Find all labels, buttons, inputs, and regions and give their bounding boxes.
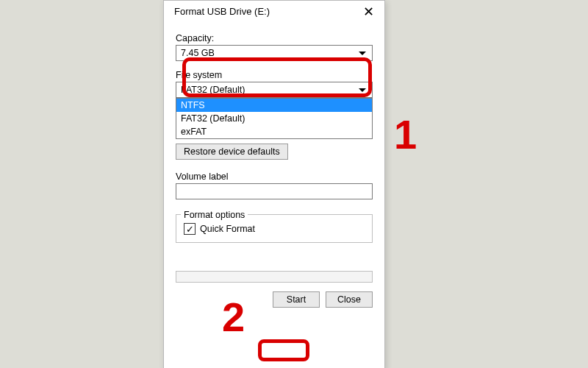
dialog-title: Format USB Drive (E:) — [174, 1, 270, 23]
close-button[interactable]: Close — [326, 291, 373, 308]
filesystem-option-ntfs[interactable]: NTFS — [176, 99, 372, 112]
filesystem-option-fat32[interactable]: FAT32 (Default) — [176, 112, 372, 125]
filesystem-option-exfat[interactable]: exFAT — [176, 125, 372, 138]
progress-bar — [176, 271, 373, 283]
checkbox-icon: ✓ — [184, 223, 196, 235]
chevron-down-icon — [359, 52, 366, 55]
close-icon[interactable]: ✕ — [360, 5, 377, 18]
format-options-legend: Format options — [181, 210, 248, 220]
titlebar: Format USB Drive (E:) ✕ — [164, 1, 384, 23]
annotation-number-1: 1 — [394, 110, 417, 158]
format-options-fieldset: Format options ✓ Quick Format — [176, 214, 373, 243]
volume-label-input[interactable] — [176, 183, 373, 199]
annotation-number-2: 2 — [222, 293, 245, 341]
start-button[interactable]: Start — [273, 291, 320, 308]
annotation-box-1 — [182, 57, 372, 97]
format-dialog: Format USB Drive (E:) ✕ Capacity: 7.45 G… — [163, 0, 385, 368]
capacity-label: Capacity: — [176, 33, 373, 43]
quick-format-label: Quick Format — [200, 224, 255, 234]
quick-format-checkbox[interactable]: ✓ Quick Format — [184, 223, 365, 235]
restore-defaults-button[interactable]: Restore device defaults — [176, 144, 288, 160]
volume-label-label: Volume label — [176, 171, 373, 182]
annotation-box-2 — [258, 339, 309, 361]
capacity-value: 7.45 GB — [181, 48, 359, 58]
filesystem-options-list: NTFS FAT32 (Default) exFAT — [176, 98, 373, 139]
